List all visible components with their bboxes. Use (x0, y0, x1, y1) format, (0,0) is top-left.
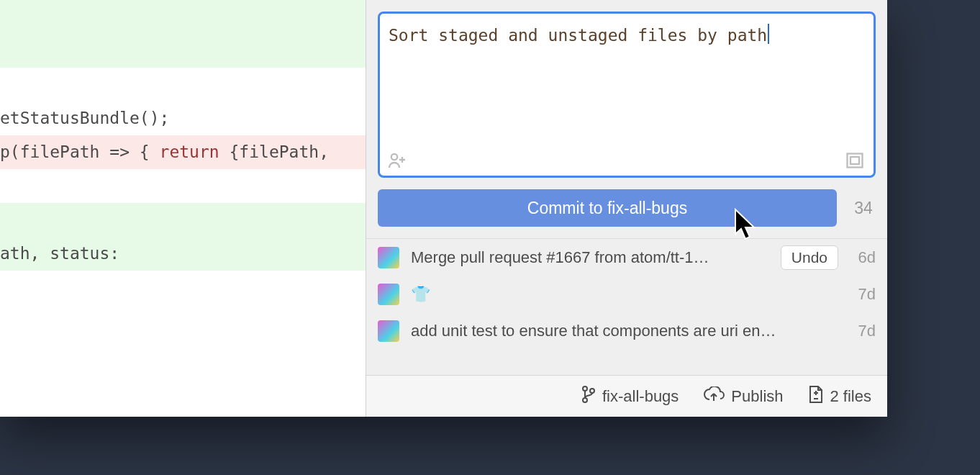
svg-point-4 (583, 398, 587, 402)
recent-commit[interactable]: Merge pull request #1667 from atom/tt-1…… (366, 239, 887, 276)
svg-point-5 (590, 389, 594, 393)
commit-editor-wrap: Sort staged and unstaged files by path (366, 0, 887, 178)
svg-rect-2 (850, 157, 859, 164)
recent-commits-list: Merge pull request #1667 from atom/tt-1…… (366, 239, 887, 375)
commit-message-input[interactable]: Sort staged and unstaged files by path (378, 12, 876, 178)
undo-button[interactable]: Undo (781, 245, 838, 270)
branch-name: fix-all-bugs (602, 387, 679, 406)
commit-panel: Sort staged and unstaged files by path C… (366, 0, 887, 417)
diff-line (0, 34, 366, 68)
svg-rect-1 (848, 154, 863, 168)
status-bar: fix-all-bugs Publish 2 files (366, 375, 887, 417)
text-cursor (768, 24, 769, 44)
diff-pane: etStatusBundle(); p(filePath => { return… (0, 0, 366, 417)
commit-message: 👕 (411, 285, 838, 304)
cloud-upload-icon (703, 386, 725, 407)
diff-line: p(filePath => { return {filePath, (0, 135, 366, 169)
commit-message: Merge pull request #1667 from atom/tt-1… (411, 248, 769, 267)
diff-line (0, 0, 366, 34)
time-ago: 7d (850, 322, 876, 340)
diff-line (0, 68, 366, 101)
diff-line (0, 271, 366, 304)
avatar (378, 320, 399, 342)
diff-line (0, 203, 366, 237)
publish-button[interactable]: Publish (703, 386, 783, 407)
commit-button[interactable]: Commit to fix-all-bugs (378, 189, 837, 227)
commit-message-text: Sort staged and unstaged files by path (389, 24, 769, 45)
time-ago: 6d (850, 248, 876, 267)
git-branch-icon (581, 385, 596, 408)
avatar (378, 284, 399, 305)
avatar (378, 247, 399, 268)
diff-line (0, 169, 366, 203)
commit-message: add unit test to ensure that components … (411, 322, 838, 340)
recent-commit[interactable]: 👕 7d (366, 276, 887, 312)
recent-commit[interactable]: add unit test to ensure that components … (366, 312, 887, 349)
editor-footer (389, 153, 863, 168)
remaining-chars: 34 (851, 199, 876, 218)
branch-indicator[interactable]: fix-all-bugs (581, 385, 679, 408)
diff-line: ath, status: (0, 237, 366, 271)
changed-files-indicator[interactable]: 2 files (808, 385, 871, 408)
add-coauthor-icon[interactable] (389, 153, 407, 168)
diff-file-icon (808, 385, 824, 408)
changed-files-label: 2 files (830, 387, 871, 406)
commit-row: Commit to fix-all-bugs 34 (366, 178, 887, 239)
svg-point-3 (583, 386, 587, 391)
expand-editor-icon[interactable] (846, 153, 863, 168)
time-ago: 7d (850, 285, 876, 304)
diff-line: etStatusBundle(); (0, 101, 366, 135)
app-window: etStatusBundle(); p(filePath => { return… (0, 0, 887, 417)
publish-label: Publish (731, 387, 783, 406)
svg-point-0 (391, 154, 397, 160)
